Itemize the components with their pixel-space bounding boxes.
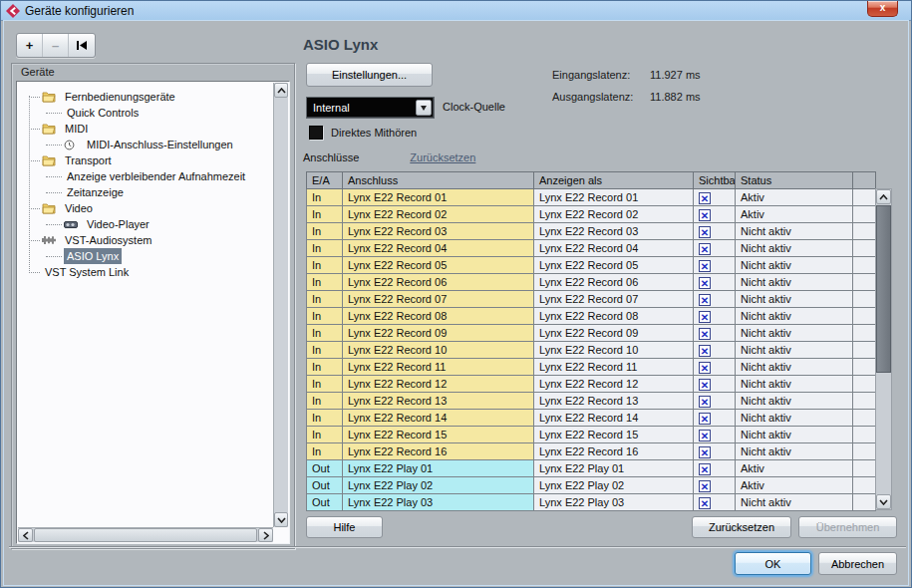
visible-checkbox[interactable]: ✕ <box>699 243 711 255</box>
ports-header-row: Anschlüsse Zurücksetzen <box>303 151 475 163</box>
tree-item-label: ASIO Lynx <box>64 248 122 264</box>
port-row-lynx-e22-record-08[interactable]: InLynx E22 Record 08Lynx E22 Record 08✕N… <box>307 308 876 325</box>
wave-icon <box>42 234 58 246</box>
port-row-lynx-e22-record-10[interactable]: InLynx E22 Record 10Lynx E22 Record 10✕N… <box>307 342 876 359</box>
direct-monitoring-checkbox[interactable] <box>309 126 323 140</box>
port-row-lynx-e22-play-03[interactable]: OutLynx E22 Play 03Lynx E22 Play 03✕Nich… <box>307 494 876 511</box>
folder-icon <box>42 91 58 103</box>
horizontal-scroll-thumb[interactable] <box>34 528 257 542</box>
visible-checkbox[interactable]: ✕ <box>699 362 711 374</box>
scroll-up-icon[interactable] <box>876 189 891 204</box>
ok-button[interactable]: OK <box>735 552 811 575</box>
scroll-left-icon[interactable] <box>18 528 33 542</box>
column-header-anzeigen-als: Anzeigen als <box>534 172 694 189</box>
visible-checkbox[interactable]: ✕ <box>699 413 711 425</box>
port-row-lynx-e22-record-14[interactable]: InLynx E22 Record 14Lynx E22 Record 14✕N… <box>307 410 876 427</box>
visible-cell: ✕ <box>694 308 736 325</box>
clock-source-select[interactable]: Internal <box>306 97 435 119</box>
visible-checkbox[interactable]: ✕ <box>699 480 711 492</box>
scroll-down-icon[interactable] <box>876 494 891 509</box>
status-cell: Aktiv <box>736 189 853 206</box>
port-row-lynx-e22-record-04[interactable]: InLynx E22 Record 04Lynx E22 Record 04✕N… <box>307 240 876 257</box>
tree-horizontal-scrollbar[interactable] <box>18 527 273 542</box>
tree-item-midi[interactable]: MIDI <box>18 121 273 137</box>
port-row-lynx-e22-play-02[interactable]: OutLynx E22 Play 02Lynx E22 Play 02✕Akti… <box>307 477 876 494</box>
spacer-cell <box>853 460 876 477</box>
visible-checkbox[interactable]: ✕ <box>699 294 711 306</box>
port-row-lynx-e22-record-02[interactable]: InLynx E22 Record 02Lynx E22 Record 02✕A… <box>307 206 876 223</box>
device-setup-dialog: Geräte konfigurieren x + – Geräte Fernbe… <box>0 0 912 588</box>
port-row-lynx-e22-record-09[interactable]: InLynx E22 Record 09Lynx E22 Record 09✕N… <box>307 325 876 342</box>
tree-item-asio-lynx[interactable]: ASIO Lynx <box>18 248 273 264</box>
visible-checkbox[interactable]: ✕ <box>699 446 711 458</box>
visible-checkbox[interactable]: ✕ <box>699 463 711 475</box>
tree-item-video-player[interactable]: Video-Player <box>18 216 273 232</box>
display-as-cell: Lynx E22 Record 09 <box>534 325 694 342</box>
port-row-lynx-e22-record-07[interactable]: InLynx E22 Record 07Lynx E22 Record 07✕N… <box>307 291 876 308</box>
tree-item-vst-system-link[interactable]: VST System Link <box>18 264 273 280</box>
ea-cell: In <box>307 308 343 325</box>
spacer-cell <box>853 206 876 223</box>
scroll-right-icon[interactable] <box>258 528 273 542</box>
visible-checkbox[interactable]: ✕ <box>699 379 711 391</box>
status-cell: Nicht aktiv <box>736 223 853 240</box>
chevron-down-icon[interactable] <box>416 100 432 116</box>
reset-device-button[interactable] <box>69 34 95 57</box>
visible-checkbox[interactable]: ✕ <box>699 328 711 340</box>
port-row-lynx-e22-record-16[interactable]: InLynx E22 Record 16Lynx E22 Record 16✕N… <box>307 443 876 460</box>
tree-item-quick-controls[interactable]: Quick Controls <box>18 105 273 121</box>
tree-item-label: VST System Link <box>42 264 132 280</box>
add-device-button[interactable]: + <box>17 34 43 57</box>
visible-checkbox[interactable]: ✕ <box>699 226 711 238</box>
visible-cell: ✕ <box>694 494 736 511</box>
port-row-lynx-e22-record-03[interactable]: InLynx E22 Record 03Lynx E22 Record 03✕N… <box>307 223 876 240</box>
visible-checkbox[interactable]: ✕ <box>699 209 711 221</box>
port-row-lynx-e22-record-12[interactable]: InLynx E22 Record 12Lynx E22 Record 12✕N… <box>307 376 876 393</box>
tree-vertical-scrollbar[interactable] <box>273 83 288 527</box>
port-row-lynx-e22-play-01[interactable]: OutLynx E22 Play 01Lynx E22 Play 01✕Akti… <box>307 460 876 477</box>
ports-reset-link[interactable]: Zurücksetzen <box>410 151 475 163</box>
close-button[interactable]: x <box>867 1 898 17</box>
scroll-down-icon[interactable] <box>274 512 288 527</box>
port-row-lynx-e22-record-05[interactable]: InLynx E22 Record 05Lynx E22 Record 05✕N… <box>307 257 876 274</box>
apply-button[interactable]: Übernehmen <box>798 516 897 538</box>
vertical-scroll-thumb[interactable] <box>876 205 891 373</box>
settings-button[interactable]: Einstellungen... <box>306 63 433 87</box>
port-row-lynx-e22-record-15[interactable]: InLynx E22 Record 15Lynx E22 Record 15✕N… <box>307 427 876 443</box>
visible-cell: ✕ <box>694 359 736 376</box>
tree-item-vst-audiosystem[interactable]: VST-Audiosystem <box>18 232 273 248</box>
tree-item-anzeige-verbleibender-aufnahmezeit[interactable]: Anzeige verbleibender Aufnahmezeit <box>18 168 273 184</box>
port-row-lynx-e22-record-11[interactable]: InLynx E22 Record 11Lynx E22 Record 11✕N… <box>307 359 876 376</box>
visible-checkbox[interactable]: ✕ <box>699 497 711 509</box>
port-row-lynx-e22-record-06[interactable]: InLynx E22 Record 06Lynx E22 Record 06✕N… <box>307 274 876 291</box>
cancel-button[interactable]: Abbrechen <box>818 552 897 575</box>
visible-checkbox[interactable]: ✕ <box>699 192 711 204</box>
spacer-cell <box>853 427 876 443</box>
ports-table: E/AAnschlussAnzeigen alsSichtbarStatus I… <box>306 171 892 510</box>
tree-item-video[interactable]: Video <box>18 200 273 216</box>
scroll-up-icon[interactable] <box>274 83 288 98</box>
remove-device-button[interactable]: – <box>43 34 69 57</box>
help-button[interactable]: Hilfe <box>306 516 383 538</box>
visible-checkbox[interactable]: ✕ <box>699 396 711 408</box>
reset-button[interactable]: Zurücksetzen <box>692 516 791 538</box>
port-row-lynx-e22-record-13[interactable]: InLynx E22 Record 13Lynx E22 Record 13✕N… <box>307 393 876 410</box>
tree-item-midi-anschluss-einstellungen[interactable]: MIDI-Anschluss-Einstellungen <box>18 137 273 152</box>
display-as-cell: Lynx E22 Play 01 <box>534 460 694 477</box>
visible-checkbox[interactable]: ✕ <box>699 311 711 323</box>
spacer-cell <box>853 189 876 206</box>
display-as-cell: Lynx E22 Record 13 <box>534 393 694 410</box>
tree-item-zeitanzeige[interactable]: Zeitanzeige <box>18 184 273 200</box>
ea-cell: In <box>307 342 343 359</box>
port-row-lynx-e22-record-01[interactable]: InLynx E22 Record 01Lynx E22 Record 01✕A… <box>307 189 876 206</box>
tree-item-transport[interactable]: Transport <box>18 152 273 168</box>
visible-checkbox[interactable]: ✕ <box>699 430 711 441</box>
visible-checkbox[interactable]: ✕ <box>699 345 711 357</box>
table-vertical-scrollbar[interactable] <box>875 188 892 510</box>
tree-item-fernbedienungsger-te[interactable]: Fernbedienungsgeräte <box>18 89 273 105</box>
visible-checkbox[interactable]: ✕ <box>699 277 711 289</box>
visible-checkbox[interactable]: ✕ <box>699 260 711 272</box>
ea-cell: In <box>307 189 343 206</box>
visible-cell: ✕ <box>694 223 736 240</box>
port-cell: Lynx E22 Play 01 <box>343 460 534 477</box>
